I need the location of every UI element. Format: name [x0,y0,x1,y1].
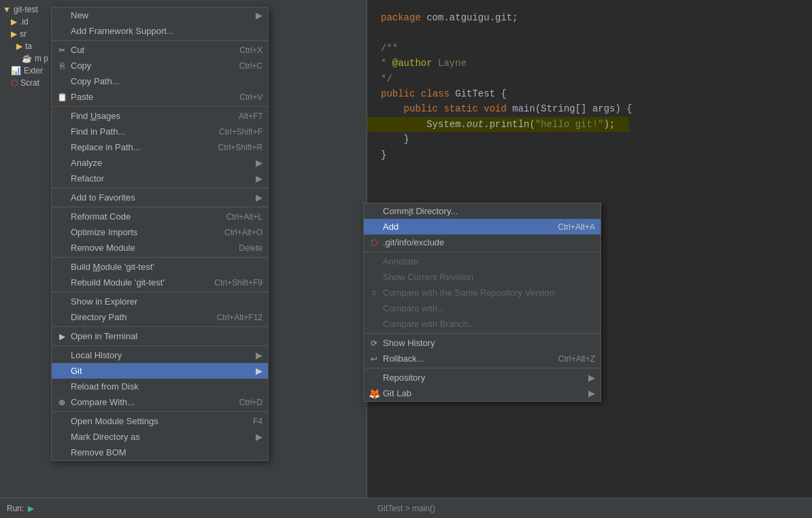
menu-build-label: Build Module 'git-test' [71,262,154,272]
git-menu-repository[interactable]: Repository ▶ [364,370,600,385]
git-menu-gitignore[interactable]: ⬡ .git/info/exclude [364,235,600,250]
menu-item-mark-dir[interactable]: Mark Directory as ▶ [52,429,268,445]
separator-4 [52,207,268,207]
menu-item-open-terminal[interactable]: ▶ Open in Terminal [52,328,268,344]
menu-item-show-explorer[interactable]: Show in Explorer [52,294,268,309]
git-menu-gitlab[interactable]: 🦊 Git Lab ▶ [364,385,600,401]
menu-item-dir-path[interactable]: Directory Path Ctrl+Alt+F12 [52,309,268,325]
code-line-javadoc-start: /** [381,41,798,56]
git-gitlab-label: Git Lab [383,388,411,398]
replace-path-shortcut: Ctrl+Shift+R [198,143,263,152]
find-path-shortcut: Ctrl+Shift+F [199,127,263,137]
menu-item-remove-bom[interactable]: Remove BOM [52,445,268,460]
menu-favorites-label: Add to Favorites [71,192,135,203]
terminal-icon: ▶ [56,332,68,341]
local-history-arrow-icon: ▶ [242,350,263,360]
tree-scrat-label: Scrat [20,78,39,88]
separator-2 [52,106,268,107]
menu-copy-path-label: Copy Path... [71,76,120,86]
tree-git-test-label: git-test [14,5,38,14]
separator-1 [52,40,268,41]
menu-item-add-framework[interactable]: Add Framework Support... [52,23,268,39]
git-menu-rollback[interactable]: ↩ Rollback... Ctrl+Alt+Z [364,351,600,366]
menu-add-framework-label: Add Framework Support... [71,26,174,36]
git-rollback-label: Rollback... [383,353,424,364]
dir-path-shortcut: Ctrl+Alt+F12 [197,313,263,322]
module-settings-shortcut: F4 [233,417,263,426]
separator-5 [52,257,268,258]
rebuild-shortcut: Ctrl+Shift+F9 [194,278,263,288]
menu-find-path-label: Find in Path... [71,126,125,137]
git-show-revision-label: Show Current Revision [383,272,473,282]
menu-item-find-usages[interactable]: Find Usages Alt+F7 [52,108,268,124]
gitlab-arrow-icon: ▶ [575,388,595,398]
menu-item-cut[interactable]: ✂ Cut Ctrl+X [52,42,268,58]
menu-git-label: Git [71,366,82,376]
optimize-shortcut: Ctrl+Alt+O [204,228,263,237]
paste-shortcut: Ctrl+V [219,92,263,102]
menu-remove-bom-label: Remove BOM [71,447,126,457]
menu-item-analyze[interactable]: Analyze ▶ [52,155,268,171]
menu-item-add-favorites[interactable]: Add to Favorites ▶ [52,190,268,205]
remove-module-shortcut: Delete [218,243,263,253]
show-history-icon: ⟳ [368,339,380,348]
menu-show-explorer-label: Show in Explorer [71,296,137,307]
menu-new-label: New [71,10,88,20]
menu-item-find-path[interactable]: Find in Path... Ctrl+Shift+F [52,124,268,139]
git-rollback-shortcut: Ctrl+Alt+Z [538,354,595,364]
find-usages-shortcut: Alt+F7 [218,111,263,121]
git-separator-3 [364,368,600,368]
git-menu-compare-same: ≡ Compare with the Same Repository Versi… [364,285,600,300]
menu-cut-label: Cut [71,45,84,55]
code-line-author: * @author Layne [381,56,798,71]
menu-item-compare-with[interactable]: ⊕ Compare With... Ctrl+D [52,394,268,410]
menu-item-copy-path[interactable]: Copy Path... [52,73,268,89]
menu-local-history-label: Local History [71,350,122,360]
paste-icon: 📋 [56,92,68,102]
menu-item-reformat[interactable]: Reformat Code Ctrl+Alt+L [52,209,268,224]
menu-remove-module-label: Remove Module [71,243,135,253]
code-line-1: package com.atguigu.git; [381,10,798,25]
menu-item-local-history[interactable]: Local History ▶ [52,347,268,363]
git-gitignore-label: .git/info/exclude [383,237,444,247]
menu-item-build[interactable]: Build Module 'git-test' [52,259,268,275]
menu-item-git[interactable]: Git ▶ [52,363,268,379]
separator-9 [52,411,268,412]
menu-item-replace-path[interactable]: Replace in Path... Ctrl+Shift+R [52,139,268,155]
cut-shortcut: Ctrl+X [219,46,263,55]
separator-6 [52,292,268,292]
run-icon: ▶ [28,504,34,513]
git-menu-commit-dir[interactable]: Commit Directory... [364,203,600,219]
menu-optimize-label: Optimize Imports [71,227,137,237]
menu-item-rebuild[interactable]: Rebuild Module 'git-test' Ctrl+Shift+F9 [52,275,268,290]
menu-compare-label: Compare With... [71,397,135,407]
compare-same-icon: ≡ [368,288,380,298]
git-menu-show-history[interactable]: ⟳ Show History [364,335,600,351]
menu-replace-path-label: Replace in Path... [71,142,141,152]
menu-item-paste[interactable]: 📋 Paste Ctrl+V [52,89,268,105]
menu-item-copy[interactable]: ⎘ Copy Ctrl+C [52,58,268,73]
menu-item-refactor[interactable]: Refactor ▶ [52,171,268,186]
menu-item-remove-module[interactable]: Remove Module Delete [52,240,268,256]
menu-item-new[interactable]: New ▶ [52,7,268,23]
code-line-class: public class GitTest { [381,86,798,101]
menu-item-optimize[interactable]: Optimize Imports Ctrl+Alt+O [52,224,268,240]
git-show-history-label: Show History [383,338,435,348]
git-repository-label: Repository [383,373,425,383]
new-arrow-icon: ▶ [242,10,263,20]
menu-item-reload[interactable]: Reload from Disk [52,379,268,394]
cut-icon: ✂ [56,46,68,55]
git-add-shortcut: Ctrl+Alt+A [537,222,595,232]
git-separator-2 [364,333,600,334]
git-commit-dir-label: Commit Directory... [383,206,458,216]
gitlab-icon: 🦊 [368,388,380,399]
menu-find-usages-label: Find Usages [71,111,120,121]
git-menu-add[interactable]: Add Ctrl+Alt+A [364,219,600,235]
separator-8 [52,345,268,346]
menu-item-module-settings[interactable]: Open Module Settings F4 [52,413,268,429]
menu-terminal-label: Open in Terminal [71,331,137,341]
tree-sr-label: sr [20,29,27,39]
git-arrow-icon: ▶ [242,366,263,376]
repository-arrow-icon: ▶ [575,373,595,383]
git-compare-with2-label: Compare with... [383,303,445,313]
